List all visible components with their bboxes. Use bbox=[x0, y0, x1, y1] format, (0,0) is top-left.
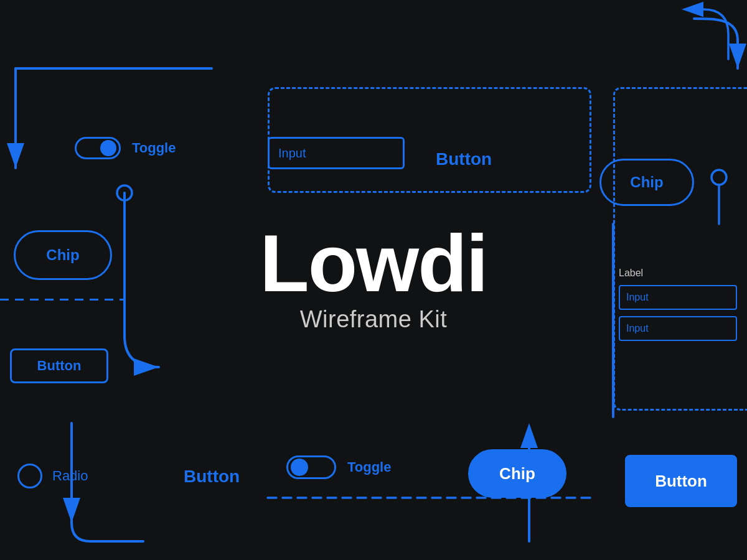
brand-name: Lowdi bbox=[260, 223, 487, 304]
brand-subtitle: Wireframe Kit bbox=[260, 306, 487, 333]
button-bottom-left-label: Button bbox=[184, 467, 240, 486]
chip-left[interactable]: Chip bbox=[14, 230, 112, 280]
right-panel-input-2[interactable]: Input bbox=[619, 316, 737, 341]
toggle-thumb-bottom bbox=[291, 459, 308, 476]
chip-bottom-center-label: Chip bbox=[499, 464, 535, 483]
button-bottom-left[interactable]: Button bbox=[184, 467, 240, 487]
chip-top-right[interactable]: Chip bbox=[599, 159, 694, 206]
right-panel-input-2-text: Input bbox=[626, 323, 649, 334]
chip-left-label: Chip bbox=[46, 246, 79, 264]
radio-bottom-left[interactable]: Radio bbox=[17, 464, 88, 488]
button-top[interactable]: Button bbox=[436, 149, 492, 169]
input-top-text: Input bbox=[278, 146, 306, 161]
input-top[interactable]: Input bbox=[268, 137, 405, 169]
svg-point-9 bbox=[117, 185, 132, 200]
button-bottom-right[interactable]: Button bbox=[625, 455, 737, 507]
toggle-bottom-label: Toggle bbox=[347, 459, 391, 475]
button-left-label: Button bbox=[37, 358, 82, 374]
button-top-label: Button bbox=[436, 149, 492, 169]
button-bottom-right-label: Button bbox=[655, 472, 707, 491]
right-panel-input-1-text: Input bbox=[626, 292, 649, 303]
title-block: Lowdi Wireframe Kit bbox=[260, 223, 487, 333]
dashed-rect-right bbox=[613, 87, 747, 411]
radio-label: Radio bbox=[52, 468, 88, 484]
radio-circle[interactable] bbox=[17, 464, 42, 488]
toggle-top-label: Toggle bbox=[132, 140, 176, 156]
toggle-track-bottom[interactable] bbox=[286, 455, 336, 479]
toggle-thumb-top bbox=[100, 140, 116, 156]
toggle-top[interactable]: Toggle bbox=[75, 137, 176, 159]
button-left[interactable]: Button bbox=[10, 348, 108, 383]
dashed-line-left bbox=[0, 299, 125, 301]
toggle-track-top[interactable] bbox=[75, 137, 121, 159]
chip-top-right-label: Chip bbox=[630, 174, 663, 191]
right-panel: Label Input Input bbox=[619, 268, 737, 347]
right-panel-input-1[interactable]: Input bbox=[619, 285, 737, 310]
right-panel-label: Label bbox=[619, 268, 737, 279]
toggle-bottom[interactable]: Toggle bbox=[286, 455, 391, 479]
chip-bottom-center[interactable]: Chip bbox=[468, 449, 566, 498]
